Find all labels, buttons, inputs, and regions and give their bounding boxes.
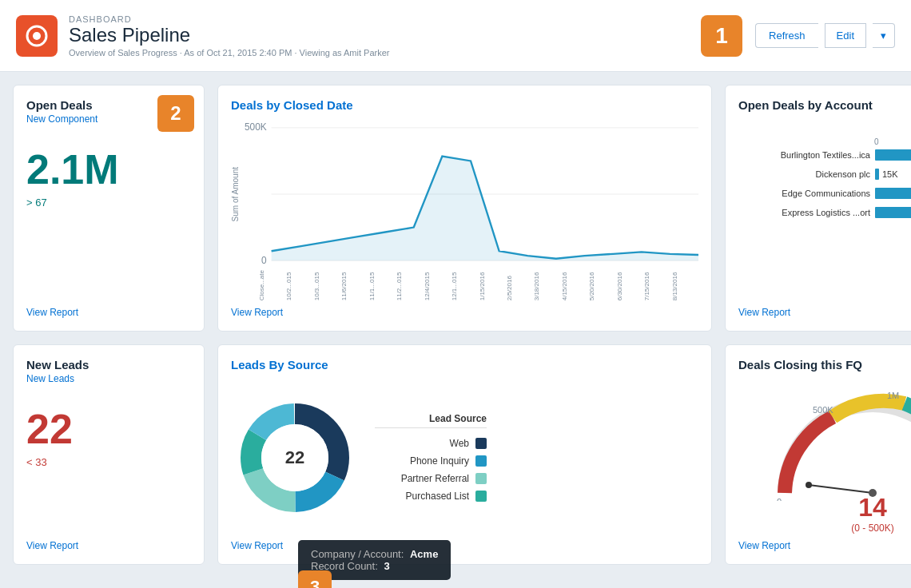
deals-closed-date-card: Deals by Closed Date Sum of Amount 500K …: [217, 85, 712, 332]
leads-inner: 22 Lead Source Web Phone Inquiry Partner…: [231, 381, 698, 534]
header-subtitle: Overview of Sales Progress · As of Oct 2…: [69, 48, 701, 58]
bar-value: 15K: [882, 169, 898, 179]
table-row: Dickenson plc 15K: [738, 169, 911, 180]
legend-dot-web: [475, 438, 487, 449]
deals-fq-card: Deals Closing this FQ 0 500K 1M 2M: [725, 344, 911, 565]
table-row: Burlington Textiles...ica 235K: [738, 149, 911, 161]
bar-container: 420K: [875, 207, 911, 218]
svg-text:500K: 500K: [813, 405, 833, 415]
svg-text:0: 0: [261, 255, 267, 266]
y-axis-label: Sum of Amount: [231, 167, 240, 221]
new-leads-sub: < 33: [26, 456, 191, 468]
open-deals-account-view-report[interactable]: View Report: [738, 307, 911, 318]
svg-text:0: 0: [777, 497, 782, 501]
dropdown-button[interactable]: ▾: [873, 23, 895, 48]
account-table: Sum of Amount 0 1M 2M 3M Burlington Text…: [738, 121, 911, 300]
legend-dot-phone: [475, 455, 487, 467]
logo-icon: [25, 24, 49, 48]
account-name: Edge Communications: [738, 189, 870, 198]
legend-label-partner: Partner Referral: [401, 473, 469, 484]
header-badge: 1: [701, 15, 742, 57]
legend-label-web: Web: [450, 438, 469, 449]
header-actions: 1 Refresh Edit ▾: [701, 15, 895, 57]
leads-source-view-report[interactable]: View Report: [231, 540, 283, 551]
svg-marker-7: [272, 157, 698, 261]
deals-closed-view-report[interactable]: View Report: [231, 307, 698, 318]
account-name: Burlington Textiles...ica: [738, 150, 870, 160]
line-chart-svg: 500K 0: [243, 118, 698, 270]
new-leads-view-report[interactable]: View Report: [26, 540, 191, 551]
tooltip-company-label: Company / Account:: [311, 548, 404, 560]
header-info: DASHBOARD Sales Pipeline Overview of Sal…: [69, 14, 701, 58]
new-leads-title: New Leads: [26, 358, 191, 371]
open-deals-card: 2 Open Deals New Component 2.1M > 67 Vie…: [13, 85, 205, 332]
new-leads-card: New Leads New Leads 22 < 33 View Report: [13, 344, 205, 565]
legend-label-phone: Phone Inquiry: [410, 455, 469, 467]
legend: Lead Source Web Phone Inquiry Partner Re…: [375, 413, 487, 502]
svg-text:22: 22: [285, 447, 304, 467]
table-row: Edge Communications 220K: [738, 188, 911, 199]
bar: [875, 188, 911, 199]
open-deals-sub: > 67: [26, 197, 191, 209]
gauge-range: (0 - 500K): [851, 522, 893, 534]
edit-button[interactable]: Edit: [825, 23, 866, 48]
deals-closed-title: Deals by Closed Date: [231, 98, 698, 112]
gauge-svg: 0 500K 1M 2M: [761, 381, 911, 501]
tooltip-company-line: Company / Account: Acme: [311, 548, 438, 560]
deals-chart: Sum of Amount 500K 0: [231, 118, 698, 270]
legend-dot-partner: [475, 473, 487, 484]
tooltip-company-value: Acme: [410, 548, 438, 560]
legend-dot-purchased: [475, 491, 487, 502]
svg-point-1: [33, 32, 41, 40]
tooltip-record-line: Record Count: 3: [311, 560, 438, 572]
legend-item-web: Web: [375, 438, 487, 449]
gauge-value: 14: [858, 493, 887, 522]
svg-line-19: [809, 485, 873, 493]
svg-text:1M: 1M: [887, 391, 899, 400]
legend-item-partner: Partner Referral: [375, 473, 487, 484]
deals-fq-view-report[interactable]: View Report: [738, 540, 911, 551]
new-leads-subtitle: New Leads: [26, 373, 191, 384]
deals-fq-title: Deals Closing this FQ: [738, 358, 911, 371]
leads-source-card: Leads By Source 22: [217, 344, 712, 565]
open-deals-account-title: Open Deals by Account: [738, 98, 911, 112]
bar: [875, 149, 911, 161]
account-table-header: Sum of Amount: [738, 121, 911, 131]
bar-container: 15K: [875, 169, 911, 180]
bar-container: 235K: [875, 149, 911, 161]
legend-title: Lead Source: [375, 413, 487, 428]
header: DASHBOARD Sales Pipeline Overview of Sal…: [0, 0, 911, 72]
legend-label-purchased: Purchased List: [406, 491, 469, 502]
open-deals-badge: 2: [157, 95, 194, 132]
dashboard: 2 Open Deals New Component 2.1M > 67 Vie…: [0, 72, 911, 578]
donut-wrapper: 22: [231, 394, 359, 522]
svg-point-21: [806, 482, 812, 488]
legend-item-purchased: Purchased List: [375, 491, 487, 502]
tooltip-badge: 3: [298, 570, 332, 588]
svg-text:500K: 500K: [245, 121, 267, 133]
leads-source-title: Leads By Source: [231, 358, 698, 371]
header-label: DASHBOARD: [69, 14, 701, 24]
bar-axis: 0 1M 2M 3M: [874, 137, 911, 146]
open-deals-value: 2.1M: [26, 145, 191, 193]
open-deals-account-card: Open Deals by Account Sum of Amount 0 1M…: [725, 85, 911, 332]
donut-chart-svg: 22: [231, 394, 359, 522]
bar: [875, 207, 911, 218]
gauge-wrapper: 0 500K 1M 2M 14 (0 - 500K): [738, 381, 911, 534]
header-logo: [16, 15, 58, 57]
bar-container: 220K: [875, 188, 911, 199]
new-leads-value: 22: [26, 405, 191, 453]
tooltip-record-value: 3: [384, 560, 389, 572]
legend-item-phone: Phone Inquiry: [375, 455, 487, 467]
account-name: Dickenson plc: [738, 169, 870, 179]
account-name: Express Logistics ...ort: [738, 208, 870, 217]
open-deals-view-report[interactable]: View Report: [26, 307, 191, 318]
refresh-button[interactable]: Refresh: [755, 23, 818, 48]
x-axis-labels: Close...ate 10/2...015 10/3...015 11/6/2…: [258, 270, 698, 300]
tooltip-container: Company / Account: Acme Record Count: 3 …: [298, 540, 451, 580]
header-title: Sales Pipeline: [69, 24, 701, 46]
bar: [875, 169, 879, 180]
table-row: Express Logistics ...ort 420K: [738, 207, 911, 218]
